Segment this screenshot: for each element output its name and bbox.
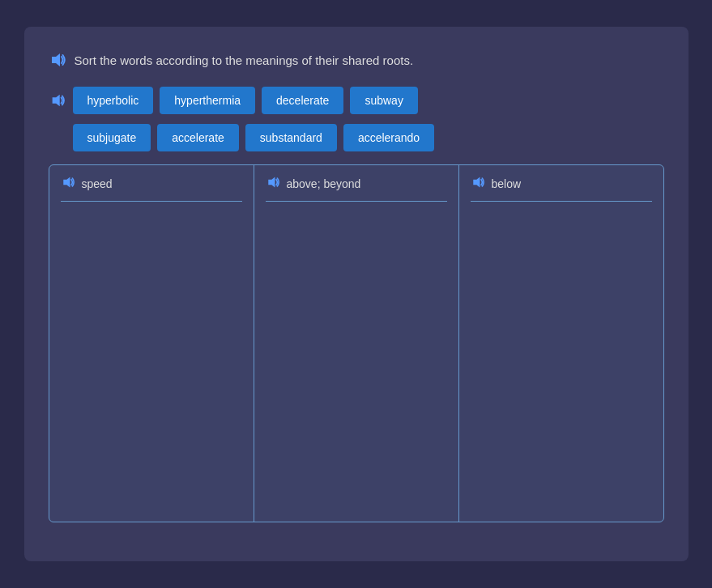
- word-chip-decelerate[interactable]: decelerate: [262, 87, 343, 114]
- drop-zone-above-beyond[interactable]: above; beyond: [254, 165, 459, 522]
- drop-zone-above-beyond-content: [266, 210, 447, 512]
- words-section-row1: hyperbolic hyperthermia decelerate subwa…: [49, 87, 664, 114]
- drop-zone-speed-header: speed: [61, 175, 242, 202]
- drop-zone-below-speaker[interactable]: [471, 175, 485, 193]
- svg-marker-5: [473, 177, 480, 187]
- word-chip-accelerando[interactable]: accelerando: [343, 124, 434, 151]
- svg-marker-3: [63, 177, 70, 187]
- drop-zone-below-content: [471, 210, 652, 512]
- svg-marker-1: [52, 95, 59, 107]
- svg-marker-0: [52, 53, 60, 66]
- drop-zone-below-header: below: [471, 175, 652, 202]
- drop-zone-below-label: below: [492, 177, 522, 190]
- drop-zone-above-beyond-label: above; beyond: [287, 177, 361, 190]
- instruction-speaker-icon[interactable]: [49, 51, 66, 69]
- main-container: Sort the words according to the meanings…: [24, 27, 689, 561]
- words-speaker-icon[interactable]: [49, 92, 66, 109]
- words-row-1: hyperbolic hyperthermia decelerate subwa…: [73, 87, 664, 114]
- word-chip-subway[interactable]: subway: [350, 87, 417, 114]
- word-chip-subjugate[interactable]: subjugate: [73, 124, 151, 151]
- drop-zone-speed-speaker[interactable]: [61, 175, 75, 193]
- word-chip-hyperbolic[interactable]: hyperbolic: [73, 87, 154, 114]
- drop-zones-area: speed above; beyond: [49, 164, 664, 522]
- word-chip-accelerate[interactable]: accelerate: [157, 124, 239, 151]
- word-chip-hyperthermia[interactable]: hyperthermia: [160, 87, 255, 114]
- drop-zone-speed-content: [61, 210, 242, 512]
- drop-zone-above-beyond-speaker[interactable]: [266, 175, 280, 193]
- words-row-2: subjugate accelerate substandard acceler…: [73, 124, 664, 151]
- svg-marker-4: [268, 177, 275, 187]
- drop-zone-speed-label: speed: [82, 177, 113, 190]
- drop-zone-above-beyond-header: above; beyond: [266, 175, 447, 202]
- instruction-text: Sort the words according to the meanings…: [75, 53, 414, 67]
- words-section-row2: subjugate accelerate substandard acceler…: [49, 124, 664, 151]
- word-chip-substandard[interactable]: substandard: [245, 124, 337, 151]
- drop-zone-speed[interactable]: speed: [49, 165, 254, 522]
- instruction-row: Sort the words according to the meanings…: [49, 51, 664, 69]
- drop-zone-below[interactable]: below: [459, 165, 663, 522]
